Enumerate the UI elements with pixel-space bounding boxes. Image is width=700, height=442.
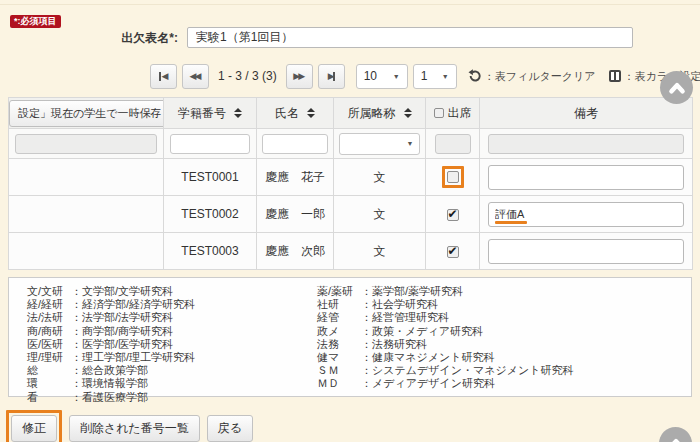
column-header-affiliation: 所属略称 xyxy=(348,105,396,122)
chevron-up-icon xyxy=(665,433,687,442)
last-page-button[interactable]: ▶ xyxy=(318,64,345,89)
affiliation-cell: 文 xyxy=(374,244,386,258)
page-number-select[interactable]: 1 ▼ xyxy=(413,64,457,89)
highlight-annotation-box: 修正 xyxy=(6,410,62,442)
next-icon: ▶ xyxy=(328,72,332,81)
highlight-underline-annotation xyxy=(495,221,527,224)
legend-left-column: 文/文研：文学部/文学研究科 経/経研：経済学部/経済学研究科 法/法研：法学部… xyxy=(27,285,195,404)
table-row: TEST0001 慶應 花子 文 xyxy=(9,159,693,196)
name-cell: 慶應 一郎 xyxy=(265,207,325,221)
affiliation-cell: 文 xyxy=(374,207,386,221)
sort-icon[interactable] xyxy=(404,108,412,118)
column-header-attendance: 出席 xyxy=(448,106,472,120)
sort-icon[interactable] xyxy=(234,108,242,118)
legend-item: 総：総合政策学部 xyxy=(27,364,195,377)
remarks-input[interactable] xyxy=(488,239,684,264)
filter-clear-label[interactable]: ：表フィルタークリア xyxy=(484,69,596,84)
temp-save-button[interactable]: 設定」現在の学生で一時保存 xyxy=(9,100,164,127)
sheet-name-input[interactable] xyxy=(187,27,633,48)
top-divider xyxy=(0,4,700,5)
legend-item: 理/理研：理工学部/理工学研究科 xyxy=(27,351,195,364)
prev-icon: ◀ xyxy=(190,72,194,81)
legend-item: 薬/薬研：薬学部/薬学研究科 xyxy=(317,285,574,298)
legend-item: 政メ：政策・メディア研究科 xyxy=(317,325,574,338)
attendance-filter-disabled xyxy=(435,134,471,154)
select-all-attendance-checkbox[interactable] xyxy=(434,108,444,118)
prev-icon: ◀ xyxy=(162,72,169,81)
highlight-annotation-box xyxy=(442,166,464,188)
table-header-row: 設定」現在の学生で一時保存 学籍番号 氏名 所属略称 出席 備考 xyxy=(9,98,693,129)
attendance-checkbox[interactable] xyxy=(447,246,459,258)
sort-icon[interactable] xyxy=(307,108,315,118)
student-id-cell: TEST0001 xyxy=(181,170,238,184)
next-page-button[interactable]: ▶▶ xyxy=(286,64,313,89)
column-header-student-id: 学籍番号 xyxy=(178,105,226,122)
chevron-up-icon xyxy=(666,77,688,99)
pagination-bar: ◀ ◀◀ 1 - 3 / 3 (3) ▶▶ ▶ 10 ▼ 1 ▼ ：表フィルター… xyxy=(150,63,700,89)
legend-item: ＭＤ：メディアデザイン研究科 xyxy=(317,377,574,390)
affiliation-legend: 文/文研：文学部/文学研究科 経/経研：経済学部/経済学研究科 法/法研：法学部… xyxy=(8,277,692,397)
affiliation-cell: 文 xyxy=(374,170,386,184)
bar-icon xyxy=(159,72,161,81)
chevron-down-icon: ▼ xyxy=(407,140,414,147)
next-icon: ▶ xyxy=(298,72,305,81)
legend-item: 商/商研：商学部/商学研究科 xyxy=(27,325,195,338)
filter-row: ▼ xyxy=(9,129,693,159)
page-size-select[interactable]: 10 ▼ xyxy=(356,64,408,89)
remarks-input[interactable] xyxy=(488,165,684,190)
legend-item: 健マ：健康マネジメント研究科 xyxy=(317,351,574,364)
legend-item: 法/法研：法学部/法学研究科 xyxy=(27,311,195,324)
required-items-badge: *:必須項目 xyxy=(10,15,61,28)
column-header-remarks: 備考 xyxy=(574,106,598,120)
bar-icon xyxy=(333,72,335,81)
table-row: TEST0002 慶應 一郎 文 xyxy=(9,196,693,233)
legend-right-column: 薬/薬研：薬学部/薬学研究科 社研：社会学研究科 経管：経営管理研究科 政メ：政… xyxy=(317,285,574,391)
student-id-cell: TEST0003 xyxy=(181,244,238,258)
legend-item: 社研：社会学研究科 xyxy=(317,298,574,311)
prev-icon: ◀ xyxy=(195,72,202,81)
legend-item: 環：環境情報学部 xyxy=(27,377,195,390)
back-button[interactable]: 戻る xyxy=(207,415,253,442)
chevron-down-icon: ▼ xyxy=(442,73,449,80)
page-range-text: 1 - 3 / 3 (3) xyxy=(218,69,277,83)
footer-buttons: 修正 削除された番号一覧 戻る xyxy=(6,410,253,442)
scroll-to-top-button[interactable] xyxy=(659,427,692,442)
sheet-name-label: 出欠表名*: xyxy=(0,30,178,47)
modify-button[interactable]: 修正 xyxy=(11,415,57,442)
deleted-numbers-list-button[interactable]: 削除された番号一覧 xyxy=(69,415,200,442)
prev-page-button[interactable]: ◀◀ xyxy=(182,64,209,89)
student-id-cell: TEST0002 xyxy=(181,207,238,221)
legend-item: 経/経研：経済学部/経済学研究科 xyxy=(27,298,195,311)
scroll-to-top-button[interactable] xyxy=(660,71,693,104)
first-page-button[interactable]: ◀ xyxy=(150,64,177,89)
attendance-table: 設定」現在の学生で一時保存 学籍番号 氏名 所属略称 出席 備考 xyxy=(8,97,693,270)
column-header-name: 氏名 xyxy=(275,105,299,122)
attendance-checkbox[interactable] xyxy=(447,171,459,183)
next-icon: ▶ xyxy=(293,72,297,81)
student-id-filter-input[interactable] xyxy=(170,134,249,154)
legend-item: 経管：経営管理研究科 xyxy=(317,311,574,324)
column-settings-icon[interactable] xyxy=(609,70,621,82)
legend-item: 文/文研：文学部/文学研究科 xyxy=(27,285,195,298)
refresh-icon[interactable] xyxy=(468,69,482,83)
filter-disabled-input xyxy=(15,134,157,154)
chevron-down-icon: ▼ xyxy=(393,73,400,80)
page-size-value: 10 xyxy=(364,69,377,83)
affiliation-filter-select[interactable]: ▼ xyxy=(339,133,419,155)
page-number-value: 1 xyxy=(421,69,428,83)
legend-item: ＳＭ：システムデザイン・マネジメント研究科 xyxy=(317,364,574,377)
table-row: TEST0003 慶應 次郎 文 xyxy=(9,233,693,270)
name-cell: 慶應 花子 xyxy=(265,170,325,184)
name-filter-input[interactable] xyxy=(262,134,327,154)
remarks-filter-disabled xyxy=(488,134,683,154)
attendance-checkbox[interactable] xyxy=(447,209,459,221)
legend-item: 看：看護医療学部 xyxy=(27,391,195,404)
legend-item: 医/医研：医学部/医学研究科 xyxy=(27,338,195,351)
name-cell: 慶應 次郎 xyxy=(265,244,325,258)
legend-item: 法務：法務研究科 xyxy=(317,338,574,351)
